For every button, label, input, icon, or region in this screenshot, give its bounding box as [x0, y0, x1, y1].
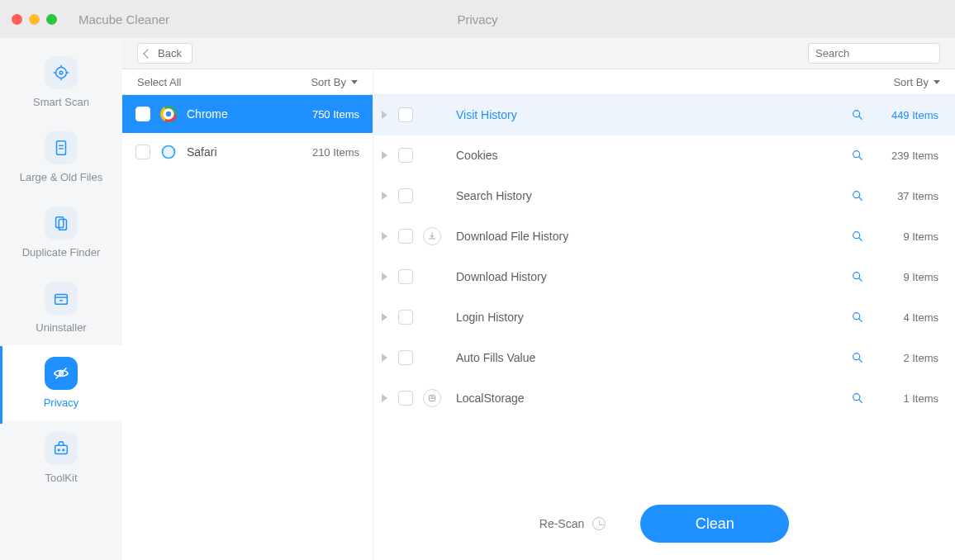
detail-row[interactable]: LocalStorage1 Items: [373, 378, 955, 419]
expand-icon[interactable]: [382, 233, 388, 240]
rescan-label: Re-Scan: [539, 517, 584, 530]
expand-icon[interactable]: [382, 314, 388, 320]
search-icon[interactable]: [851, 230, 864, 243]
svg-marker-46: [382, 232, 387, 240]
checkbox[interactable]: [398, 188, 413, 203]
section-title: Privacy: [457, 12, 497, 26]
detail-row-right: 9 Items: [851, 230, 938, 243]
sidebar-item-large-old-files[interactable]: Large & Old Files: [0, 120, 122, 195]
detail-row[interactable]: Cookies239 Items: [373, 135, 955, 176]
fullscreen-window-button[interactable]: [46, 14, 57, 25]
expand-icon[interactable]: [382, 395, 388, 401]
svg-rect-59: [430, 396, 435, 401]
minimize-window-button[interactable]: [29, 14, 40, 25]
expand-icon[interactable]: [382, 192, 388, 199]
search-icon[interactable]: [851, 392, 864, 405]
close-window-button[interactable]: [12, 14, 22, 25]
svg-marker-58: [382, 394, 387, 402]
checkbox[interactable]: [398, 269, 413, 284]
select-all-label[interactable]: Select All: [137, 76, 181, 88]
expand-icon[interactable]: [382, 354, 388, 361]
detail-name: Download History: [456, 270, 547, 283]
checkbox[interactable]: [398, 229, 413, 244]
sidebar-item-label: Uninstaller: [36, 321, 86, 334]
traffic-lights: [12, 14, 57, 25]
detail-row[interactable]: Login History4 Items: [373, 297, 955, 338]
search-box[interactable]: [808, 43, 940, 64]
detail-name: Download File History: [456, 230, 568, 243]
svg-line-61: [859, 400, 862, 402]
search-icon[interactable]: [851, 108, 864, 121]
detail-row[interactable]: Download History9 Items: [373, 257, 955, 297]
svg-line-45: [859, 197, 862, 200]
detail-name: Auto Fills Value: [456, 351, 535, 364]
checkbox[interactable]: [398, 391, 413, 406]
detail-row-right: 37 Items: [851, 189, 938, 202]
main: Back Select All Sort By: [122, 38, 955, 560]
sort-by-label: Sort By: [311, 76, 346, 88]
detail-row[interactable]: Auto Fills Value2 Items: [373, 338, 955, 378]
item-count: 449 Items: [887, 109, 938, 121]
browser-list-header: Select All Sort By: [122, 69, 373, 95]
detail-row[interactable]: Visit History449 Items: [373, 95, 955, 135]
svg-marker-43: [382, 192, 387, 200]
search-icon[interactable]: [851, 149, 864, 162]
browser-name: Chrome: [187, 107, 228, 121]
sort-by-dropdown[interactable]: Sort By: [893, 76, 940, 88]
expand-icon[interactable]: [382, 273, 388, 280]
item-count: 9 Items: [887, 230, 938, 243]
detail-row-right: 9 Items: [851, 270, 938, 283]
detail-row-right: 2 Items: [851, 351, 938, 364]
checkbox[interactable]: [398, 107, 413, 122]
sort-by-dropdown[interactable]: Sort By: [311, 76, 358, 88]
chevron-left-icon: [143, 49, 152, 58]
expand-icon[interactable]: [382, 152, 388, 159]
back-button[interactable]: Back: [137, 43, 192, 64]
svg-line-42: [859, 157, 862, 159]
search-icon[interactable]: [851, 351, 864, 364]
item-count: 2 Items: [887, 352, 938, 364]
checkbox[interactable]: [398, 310, 413, 325]
checkbox[interactable]: [398, 350, 413, 365]
svg-point-1: [59, 71, 63, 74]
sidebar-item-privacy[interactable]: Privacy: [0, 345, 122, 420]
app-title: Macube Cleaner: [78, 12, 169, 26]
svg-point-53: [853, 313, 860, 320]
item-count: 9 Items: [887, 271, 938, 283]
storage-icon: [423, 389, 441, 407]
detail-row-right: 449 Items: [851, 108, 938, 121]
checkbox[interactable]: [135, 107, 150, 121]
sidebar-item-duplicate-finder[interactable]: Duplicate Finder: [0, 195, 122, 270]
checkbox[interactable]: [398, 148, 413, 163]
target-icon: [52, 64, 70, 82]
sidebar-item-smart-scan[interactable]: Smart Scan: [0, 45, 122, 120]
rescan-button[interactable]: Re-Scan: [539, 517, 606, 530]
detail-name: Cookies: [456, 149, 498, 162]
body: Smart Scan Large & Old Files Duplicate F…: [0, 38, 955, 560]
svg-rect-9: [56, 217, 64, 228]
search-icon[interactable]: [851, 270, 864, 283]
toolbox-icon: [52, 439, 70, 458]
clean-button[interactable]: Clean: [640, 505, 789, 543]
browser-item-count: 210 Items: [312, 146, 359, 159]
detail-row[interactable]: Download File History9 Items: [373, 216, 955, 257]
detail-row[interactable]: Search History37 Items: [373, 176, 955, 216]
sidebar-item-toolkit[interactable]: ToolKit: [0, 420, 122, 496]
browser-row-chrome[interactable]: Chrome 750 Items: [122, 95, 373, 133]
expand-icon[interactable]: [382, 112, 388, 118]
browser-row-safari[interactable]: Safari 210 Items: [122, 133, 373, 171]
search-icon[interactable]: [851, 311, 864, 324]
checkbox[interactable]: [135, 145, 150, 159]
detail-row-right: 4 Items: [851, 311, 938, 324]
svg-rect-10: [59, 219, 66, 230]
sidebar-item-uninstaller[interactable]: Uninstaller: [0, 270, 122, 345]
svg-point-56: [853, 354, 860, 360]
detail-rows: Visit History449 ItemsCookies239 ItemsSe…: [373, 95, 955, 487]
search-icon[interactable]: [851, 189, 864, 202]
search-input[interactable]: [815, 47, 954, 59]
svg-rect-11: [55, 294, 68, 304]
svg-marker-37: [382, 111, 387, 119]
item-count: 1 Items: [887, 392, 938, 405]
svg-line-48: [859, 238, 862, 240]
sidebar-icon-wrap: [45, 282, 78, 315]
